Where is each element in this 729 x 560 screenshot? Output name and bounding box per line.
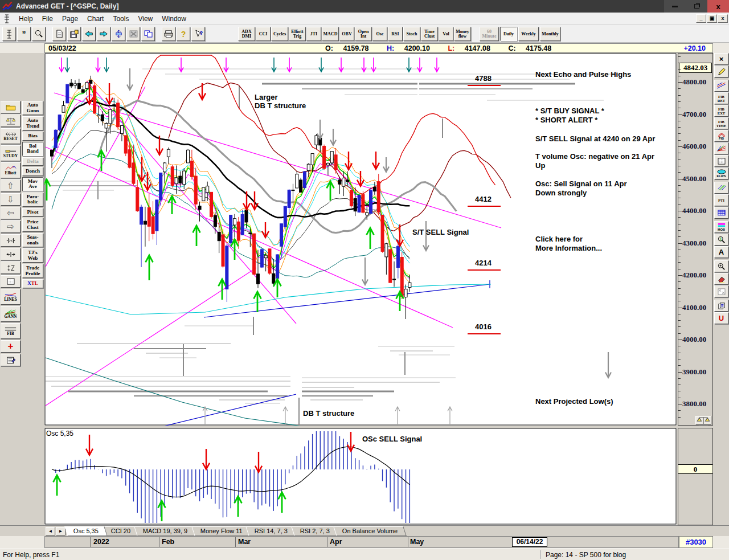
click-here-link[interactable]: Click here for bbox=[535, 235, 583, 243]
study-bol-band[interactable]: Bol Band bbox=[22, 142, 43, 156]
tab-rsi-14-7-3[interactable]: RSI 14, 7, 3 bbox=[246, 526, 297, 536]
indicator-cci[interactable]: CCI bbox=[256, 27, 271, 41]
minimize-button[interactable] bbox=[664, 0, 686, 13]
mdi-close-button[interactable]: x bbox=[718, 14, 728, 23]
study-para--bolic[interactable]: Para- bolic bbox=[22, 193, 43, 207]
magnet-tool[interactable]: U bbox=[714, 312, 728, 324]
toolbox-icon[interactable] bbox=[2, 27, 16, 41]
mob-tool[interactable]: MOB bbox=[714, 221, 728, 233]
indicator-jti[interactable]: JTI bbox=[306, 27, 321, 41]
fib-time-tool[interactable]: FIB TIME bbox=[714, 117, 728, 129]
hatch-tool[interactable] bbox=[714, 182, 728, 194]
grid-icon[interactable] bbox=[1, 275, 21, 288]
save-icon[interactable] bbox=[67, 27, 81, 41]
close-button[interactable]: x bbox=[707, 0, 729, 13]
timeframe-weekly[interactable]: Weekly bbox=[518, 27, 539, 41]
eraser-tool[interactable] bbox=[714, 273, 728, 285]
mdi-minimize-button[interactable]: _ bbox=[696, 14, 706, 23]
indicator-adx-dmi[interactable]: ADX DMI bbox=[238, 27, 255, 41]
fib-extension-tool[interactable]: FIB EXT bbox=[714, 105, 728, 117]
elliott-button[interactable]: Elliott bbox=[1, 162, 21, 178]
menu-tools[interactable]: Tools bbox=[108, 14, 133, 24]
crosshair-button[interactable]: + bbox=[1, 340, 21, 353]
ellipse-tool[interactable]: ELiPS bbox=[714, 167, 728, 179]
scroll-up-icon[interactable]: ⇧ bbox=[1, 179, 21, 192]
menu-chart[interactable]: Chart bbox=[83, 14, 108, 24]
blue-grid-tool[interactable] bbox=[714, 207, 728, 219]
menu-page[interactable]: Page bbox=[58, 14, 83, 24]
zoom-icon[interactable] bbox=[32, 27, 46, 41]
fan-tool[interactable] bbox=[714, 142, 728, 154]
study-delta[interactable]: Delta bbox=[22, 157, 43, 166]
scroll-left-icon[interactable]: ⇦ bbox=[1, 207, 21, 219]
indicator-rsi[interactable]: RSI bbox=[388, 27, 403, 41]
indicator-money-flow[interactable]: Money flow bbox=[454, 27, 471, 41]
timeframe-60-minute[interactable]: 60 Minute bbox=[480, 27, 499, 41]
menu-window[interactable]: Window bbox=[157, 14, 191, 24]
restore-button[interactable] bbox=[686, 0, 707, 13]
menu-help[interactable]: Help bbox=[14, 14, 38, 24]
compress-bars-icon[interactable] bbox=[1, 234, 21, 247]
study-pivot[interactable]: Pivot bbox=[22, 208, 43, 217]
study-xtl[interactable]: XTL bbox=[22, 279, 43, 288]
zoom-in-tool[interactable] bbox=[714, 260, 728, 272]
lines-button[interactable]: LINES bbox=[1, 289, 21, 305]
mdi-restore-button[interactable]: ▣ bbox=[707, 14, 717, 23]
fib-button[interactable]: FIB bbox=[1, 323, 21, 339]
indicator-macd[interactable]: MACD bbox=[322, 27, 339, 41]
timeframe-monthly[interactable]: Monthly bbox=[540, 27, 560, 41]
date-axis[interactable]: 06/14/22 2022FebMarAprMay bbox=[44, 536, 679, 548]
menu-view[interactable]: View bbox=[133, 14, 157, 24]
menu-file[interactable]: File bbox=[38, 14, 58, 24]
more-info-link[interactable]: More Information... bbox=[535, 244, 602, 252]
study-donch[interactable]: Donch bbox=[22, 167, 43, 176]
zoom-prev-tool[interactable]: 1 bbox=[714, 234, 728, 246]
next-page-icon[interactable] bbox=[97, 27, 110, 41]
scales-icon[interactable] bbox=[1, 115, 21, 127]
text-tool[interactable]: A bbox=[714, 246, 728, 258]
price-axis[interactable]: 4842.03 4800.004700.004600.004500.004400… bbox=[678, 53, 713, 426]
grid-tool[interactable] bbox=[714, 155, 728, 167]
indicator-cycles[interactable]: Cycles bbox=[271, 27, 288, 41]
reset-button[interactable]: RESET bbox=[1, 128, 21, 144]
open-chart-icon[interactable] bbox=[1, 101, 21, 113]
scroll-right-icon[interactable]: ⇨ bbox=[1, 220, 21, 233]
print-icon[interactable] bbox=[162, 27, 175, 41]
indicator-obv[interactable]: OBV bbox=[339, 27, 354, 41]
study-mov-ave[interactable]: Mov Ave bbox=[22, 177, 43, 191]
tab-rsi-2-7-3[interactable]: RSI 2, 7, 3 bbox=[292, 526, 339, 536]
scroll-down-icon[interactable]: ⇩ bbox=[1, 193, 21, 206]
oscillator-axis[interactable]: 0 bbox=[678, 428, 713, 525]
fib-retracement-tool[interactable]: FIB RET bbox=[714, 92, 728, 104]
properties-button[interactable] bbox=[1, 354, 21, 366]
study-trade-profile[interactable]: Trade Profile bbox=[22, 264, 43, 278]
indicator-elliott-trig[interactable]: Elliott Trig bbox=[289, 27, 306, 41]
study-auto-trend[interactable]: Auto Trend bbox=[22, 116, 43, 130]
study-price-clust[interactable]: Price Clust bbox=[22, 218, 43, 232]
prev-page-icon[interactable] bbox=[82, 27, 96, 41]
tab-macd-19-39-9[interactable]: MACD 19, 39, 9 bbox=[134, 526, 197, 536]
tab-scroll-right[interactable]: ► bbox=[56, 527, 65, 536]
pages-tool[interactable] bbox=[714, 300, 728, 312]
context-help-icon[interactable]: ? bbox=[191, 27, 205, 41]
expand-bars-icon[interactable] bbox=[1, 248, 21, 260]
delete-study-icon[interactable] bbox=[126, 27, 140, 41]
study-auto-gann[interactable]: Auto Gann bbox=[22, 101, 43, 115]
indicator-vol[interactable]: Vol bbox=[439, 27, 453, 41]
new-page-icon[interactable] bbox=[52, 27, 66, 41]
timeframe-daily[interactable]: Daily bbox=[500, 27, 517, 41]
pti-tool[interactable]: PTI bbox=[714, 194, 728, 206]
study-button[interactable]: STUDY bbox=[1, 145, 21, 161]
study-tj-s-web[interactable]: TJ's Web bbox=[22, 248, 43, 263]
rescale-icon[interactable] bbox=[112, 27, 125, 41]
pencil-tool[interactable] bbox=[714, 66, 728, 77]
study-seas--onals[interactable]: Seas- onals bbox=[22, 233, 43, 247]
quotes-icon[interactable]: ” bbox=[17, 27, 31, 41]
indicator-stoch[interactable]: Stoch bbox=[403, 27, 420, 41]
clear-all-tool[interactable] bbox=[714, 285, 728, 297]
oscillator-chart[interactable] bbox=[44, 428, 677, 525]
trendline-tool[interactable] bbox=[714, 80, 728, 92]
tab-on-balance-volume[interactable]: On Balance Volume bbox=[334, 526, 407, 536]
tab-scroll-left[interactable]: ◄ bbox=[46, 527, 55, 536]
tab-money-flow-11[interactable]: Money Flow 11 bbox=[191, 526, 251, 536]
